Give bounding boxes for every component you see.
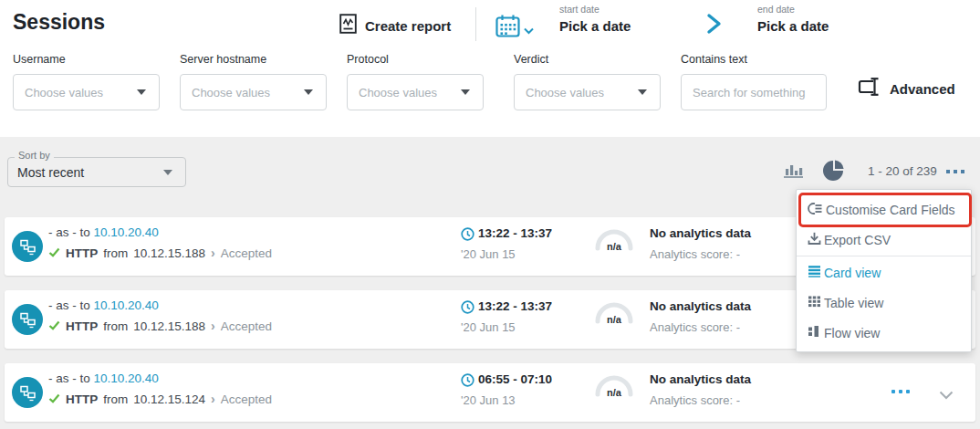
expand-chevron-icon[interactable] <box>939 387 954 403</box>
session-verdict: Accepted <box>221 319 272 333</box>
session-card[interactable]: - as - to 10.10.20.40 HTTP from 10.12.15… <box>5 363 975 422</box>
session-detail-line: HTTP from 10.12.15.188 › Accepted <box>48 246 272 260</box>
session-actions-button[interactable] <box>891 390 910 393</box>
session-connection-label: - as - to <box>48 225 90 239</box>
end-date-label: end date <box>757 4 829 15</box>
start-date-label: start date <box>559 4 631 15</box>
menu-item-flow-view[interactable]: Flow view <box>797 318 971 348</box>
end-date-field[interactable]: end date Pick a date <box>757 4 829 34</box>
session-network-icon <box>12 377 43 408</box>
session-date: '20 Jun 15 <box>461 247 516 261</box>
analytics-score-label: Analytics score: - <box>650 393 740 407</box>
session-target-ip-link[interactable]: 10.10.20.40 <box>94 225 159 239</box>
verdict-filter-label: Verdict <box>514 53 661 66</box>
card-options-menu: Customise Card Fields Export CSV Card vi… <box>796 189 972 352</box>
ellipsis-dot <box>961 170 964 173</box>
server-hostname-filter-select[interactable]: Choose values <box>180 74 327 110</box>
analytics-score-badge: n/a <box>593 241 635 252</box>
session-connection-label: - as - to <box>48 298 90 312</box>
verdict-filter-select[interactable]: Choose values <box>514 74 661 110</box>
bar-chart-view-icon[interactable] <box>783 162 804 183</box>
table-view-icon <box>808 295 821 310</box>
sort-by-value: Most recent <box>17 165 84 180</box>
menu-item-label: Customise Card Fields <box>826 203 955 217</box>
menu-item-card-view[interactable]: Card view <box>797 257 971 288</box>
session-from-word: from <box>103 319 128 333</box>
contains-text-box <box>681 74 827 110</box>
clock-icon <box>461 227 474 245</box>
session-target-ip-link[interactable]: 10.10.20.40 <box>94 298 159 312</box>
session-verdict: Accepted <box>221 246 272 260</box>
ellipsis-dot <box>946 170 950 173</box>
session-source-ip: 10.12.15.188 <box>133 246 205 260</box>
flow-view-icon <box>808 325 821 340</box>
session-source-ip: 10.12.15.124 <box>133 392 205 406</box>
session-target-ip-link[interactable]: 10.10.20.40 <box>94 371 159 385</box>
session-time-range: 06:55 - 07:10 <box>478 372 552 386</box>
session-connection-line: - as - to 10.10.20.40 <box>48 371 159 385</box>
advanced-button[interactable]: Advanced <box>857 77 955 100</box>
header-divider <box>475 7 476 41</box>
session-connection-line: - as - to 10.10.20.40 <box>48 225 159 239</box>
menu-separator <box>797 256 971 256</box>
calendar-icon <box>495 15 520 41</box>
contains-text-input[interactable] <box>693 75 815 110</box>
start-date-value[interactable]: Pick a date <box>559 18 631 34</box>
check-icon <box>48 392 60 406</box>
download-icon <box>808 232 821 248</box>
dropdown-triangle-icon <box>304 89 313 95</box>
check-icon <box>48 319 60 333</box>
session-time-range: 13:22 - 13:37 <box>478 299 552 313</box>
session-date: '20 Jun 15 <box>461 320 516 334</box>
pie-chart-icon[interactable] <box>822 159 845 185</box>
username-filter-select[interactable]: Choose values <box>13 74 160 110</box>
ellipsis-dot <box>891 390 895 393</box>
report-icon <box>339 14 357 37</box>
analytics-title: No analytics data <box>650 299 751 313</box>
session-connection-line: - as - to 10.10.20.40 <box>48 298 159 312</box>
session-time-range: 13:22 - 13:37 <box>478 226 552 240</box>
menu-item-label: Export CSV <box>824 233 891 247</box>
contains-text-filter-label: Contains text <box>681 53 827 66</box>
protocol-filter-select[interactable]: Choose values <box>347 74 484 110</box>
session-date: '20 Jun 13 <box>461 393 516 407</box>
session-protocol: HTTP <box>66 392 98 406</box>
chevron-right-separator: › <box>211 319 215 333</box>
server-hostname-filter-placeholder: Choose values <box>192 86 270 99</box>
page-title: Sessions <box>13 10 105 35</box>
check-icon <box>48 246 60 260</box>
sort-by-select[interactable]: Most recent <box>7 157 186 187</box>
analytics-score-label: Analytics score: - <box>650 320 740 334</box>
pagination-label: 1 - 20 of 239 <box>868 164 937 178</box>
server-hostname-filter-label: Server hostname <box>180 53 327 66</box>
session-detail-line: HTTP from 10.12.15.124 › Accepted <box>48 392 272 406</box>
session-source-ip: 10.12.15.188 <box>133 319 205 333</box>
ellipsis-dot <box>899 390 902 393</box>
session-detail-line: HTTP from 10.12.15.188 › Accepted <box>48 319 272 333</box>
date-range-picker-button[interactable] <box>495 15 534 41</box>
create-report-button[interactable]: Create report <box>339 14 451 37</box>
clock-icon <box>461 373 474 391</box>
more-options-button[interactable] <box>946 170 964 173</box>
analytics-score-label: Analytics score: - <box>650 247 740 261</box>
session-network-icon <box>12 304 43 335</box>
filter-protocol: Protocol Choose values <box>347 53 484 110</box>
card-view-icon <box>808 265 821 280</box>
sort-by-label: Sort by <box>15 150 54 161</box>
protocol-filter-label: Protocol <box>347 53 484 66</box>
clock-icon <box>461 300 474 318</box>
chevron-down-icon <box>524 22 534 38</box>
start-date-field[interactable]: start date Pick a date <box>559 4 631 34</box>
menu-item-table-view[interactable]: Table view <box>797 288 971 318</box>
analytics-title: No analytics data <box>650 372 751 386</box>
menu-item-export-csv[interactable]: Export CSV <box>797 225 971 255</box>
session-network-icon <box>12 231 43 262</box>
filter-contains-text: Contains text <box>681 53 827 110</box>
menu-item-customise-card-fields[interactable]: Customise Card Fields <box>797 194 971 225</box>
session-verdict: Accepted <box>221 392 272 406</box>
end-date-value[interactable]: Pick a date <box>757 18 829 34</box>
dropdown-triangle-icon <box>461 89 470 95</box>
analytics-score-badge: n/a <box>593 314 635 325</box>
filter-username: Username Choose values <box>13 53 160 110</box>
menu-item-label: Table view <box>824 296 883 310</box>
